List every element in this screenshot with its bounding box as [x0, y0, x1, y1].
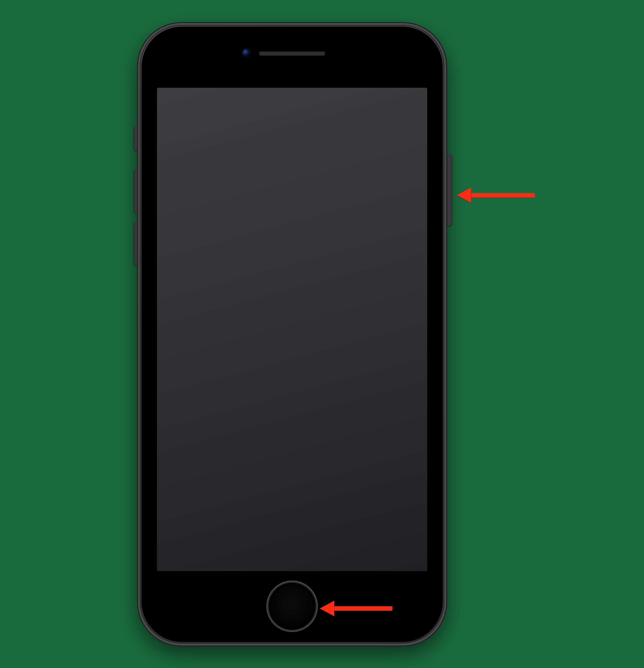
diagram-stage: Ring/Silent switch Volume Up Volume Down…: [0, 0, 644, 668]
front-camera-icon: Front camera: [242, 49, 251, 57]
earpiece-speaker-icon: Earpiece speaker: [259, 51, 325, 56]
phone-body: Front camera Earpiece speaker Display Ho…: [137, 22, 447, 647]
arrow-side-button-icon: Side button: [457, 187, 535, 203]
home-button[interactable]: Home button: [269, 583, 316, 630]
side-button[interactable]: Side button: [446, 154, 452, 226]
device-screen[interactable]: Display: [156, 87, 428, 572]
